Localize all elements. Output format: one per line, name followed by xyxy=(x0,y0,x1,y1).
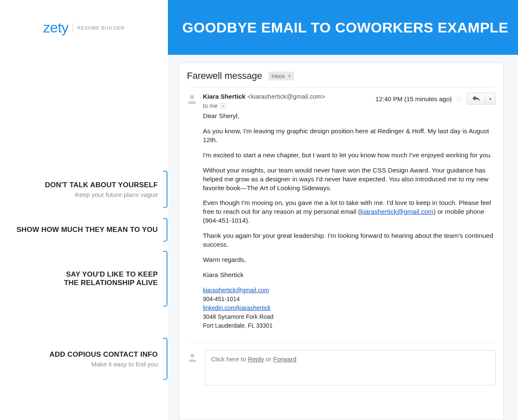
body-paragraph: Thank you again for your great leadershi… xyxy=(203,232,496,249)
logo: zety RESUME BUILDER xyxy=(0,0,168,36)
email-body: Dear Sheryl, As you know, I'm leaving my… xyxy=(203,112,496,280)
to-line[interactable]: to me ▾ xyxy=(203,102,370,109)
tip-subtitle: Keep your future plans vague xyxy=(45,191,158,198)
tip-title: ADD COPIOUS CONTACT INFO xyxy=(49,350,158,359)
tip-item: SAY YOU'D LIKE TO KEEP THE RELATIONSHIP … xyxy=(64,251,168,307)
page-title: GOODBYE EMAIL TO COWORKERS EXAMPLE xyxy=(182,19,508,36)
body-paragraph: As you know, I'm leaving my graphic desi… xyxy=(203,127,496,145)
bracket-icon xyxy=(163,218,169,242)
sig-email-link[interactable]: kiarashertick@gmail.com xyxy=(203,287,269,293)
svg-point-0 xyxy=(190,95,194,99)
sidebar: zety RESUME BUILDER DON'T TALK ABOUT YOU… xyxy=(0,0,168,420)
brand-tagline: RESUME BUILDER xyxy=(77,25,124,30)
tip-title: SAY YOU'D LIKE TO KEEP THE RELATIONSHIP … xyxy=(64,270,158,287)
reply-button[interactable] xyxy=(467,93,486,105)
body-paragraph: Even though I'm moving on, you gave me a… xyxy=(203,199,496,225)
bracket-icon xyxy=(163,338,169,380)
avatar-icon xyxy=(188,353,197,362)
subject-row: Farewell message Inbox x xyxy=(187,70,496,88)
tip-item: SHOW HOW MUCH THEY MEAN TO YOU xyxy=(16,218,168,242)
reply-dropdown[interactable]: ▾ xyxy=(486,93,496,105)
main-content: GOODBYE EMAIL TO COWORKERS EXAMPLE Farew… xyxy=(168,0,518,420)
inbox-label: Inbox xyxy=(272,73,285,79)
reply-button-group: ▾ xyxy=(467,93,496,105)
sig-address1: 3048 Sycamore Fork Road xyxy=(203,313,273,320)
tip-item: ADD COPIOUS CONTACT INFO Make it easy to… xyxy=(49,338,168,380)
sig-phone: 904-451-1014 xyxy=(203,296,240,302)
reply-area: Click here to Reply or Forward xyxy=(187,342,496,393)
tip-title: SHOW HOW MUCH THEY MEAN TO YOU xyxy=(16,226,158,234)
email-subject: Farewell message xyxy=(187,70,262,81)
brand-name: zety xyxy=(43,19,68,36)
body-paragraph: I'm excited to start a new chapter, but … xyxy=(203,151,496,160)
tip-item: DON'T TALK ABOUT YOURSELF Keep your futu… xyxy=(45,171,168,208)
inbox-tag[interactable]: Inbox x xyxy=(268,72,294,81)
avatar-icon xyxy=(187,94,197,104)
star-icon[interactable]: ☆ xyxy=(456,94,463,103)
chevron-down-icon[interactable]: ▾ xyxy=(220,103,226,108)
greeting: Dear Sheryl, xyxy=(203,112,496,121)
signature-name: Kiara Shertick xyxy=(203,271,496,280)
email-time: 12:40 PM (15 minutes ago) xyxy=(375,95,452,102)
closing: Warm regards, xyxy=(203,256,496,264)
reply-link[interactable]: Reply xyxy=(248,355,264,363)
sender-email: <kiarashertick@gmail.com> xyxy=(247,93,325,100)
bracket-icon xyxy=(163,171,169,208)
reply-input[interactable]: Click here to Reply or Forward xyxy=(205,350,496,385)
to-text: to me xyxy=(203,102,218,109)
body-paragraph: Without your insights, our team would ne… xyxy=(203,166,496,193)
tip-subtitle: Make it easy to find you xyxy=(49,361,158,368)
from-line: Kiara Shertick <kiarashertick@gmail.com> xyxy=(203,93,370,100)
email-card: Farewell message Inbox x Kiara Shertick … xyxy=(179,62,504,420)
sig-address2: Fort Lauderdale, FL 33301 xyxy=(203,322,272,329)
header: GOODBYE EMAIL TO COWORKERS EXAMPLE xyxy=(168,0,518,55)
sender-name: Kiara Shertick xyxy=(203,93,246,100)
tip-title: DON'T TALK ABOUT YOURSELF xyxy=(45,181,158,189)
close-icon[interactable]: x xyxy=(288,73,291,79)
logo-divider xyxy=(73,23,73,33)
reply-arrow-icon xyxy=(472,96,480,102)
forward-link[interactable]: Forward xyxy=(273,355,297,363)
svg-point-1 xyxy=(190,354,194,358)
signature-block: kiarashertick@gmail.com 904-451-1014 lin… xyxy=(203,286,496,330)
email-link[interactable]: kiarashertick@gmail.com xyxy=(360,208,433,215)
sig-linkedin-link[interactable]: linkedin.com/kiarashertick xyxy=(203,304,270,311)
email-meta: Kiara Shertick <kiarashertick@gmail.com>… xyxy=(187,88,496,112)
bracket-icon xyxy=(163,251,169,307)
